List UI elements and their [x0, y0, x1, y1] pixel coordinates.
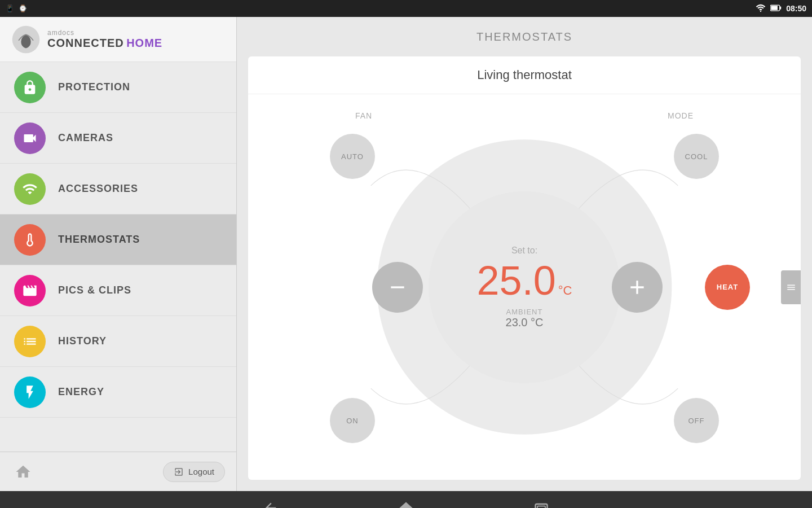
lock-icon: [22, 80, 38, 95]
main-container: amdocs CONNECTED HOME PROTECTION: [0, 17, 812, 491]
protection-icon-bg: [14, 72, 46, 103]
ambient-section: AMBIENT 23.0 °C: [506, 308, 544, 329]
history-label: HISTORY: [58, 335, 107, 347]
menu-icon: [786, 282, 796, 292]
wifi-icon: [22, 181, 38, 197]
protection-label: PROTECTION: [58, 81, 130, 93]
nav-items: PROTECTION CAMERAS ACCESSORIES: [0, 62, 236, 452]
accessories-label: ACCESSORIES: [58, 183, 138, 195]
time-display: 08:50: [786, 4, 806, 13]
bottom-nav: [0, 491, 812, 508]
temperature-decrease-button[interactable]: [372, 262, 423, 313]
thermostat-card: Living thermostat FAN MODE: [248, 56, 801, 480]
sidebar-item-energy[interactable]: ENERGY: [0, 367, 236, 418]
home-button[interactable]: [11, 460, 35, 484]
home-nav-icon: [398, 500, 414, 508]
mode-off-button[interactable]: OFF: [674, 398, 719, 443]
svg-rect-7: [537, 506, 545, 509]
lightning-icon: [22, 384, 38, 400]
svg-rect-2: [780, 6, 782, 9]
temperature-display-circle: Set to: 25.0 °C AMBIENT 23.0 °C: [429, 191, 620, 383]
thermostats-icon-bg: [14, 224, 46, 256]
home-icon: [15, 463, 32, 480]
set-to-label: Set to:: [511, 246, 537, 256]
sidebar-item-history[interactable]: HISTORY: [0, 316, 236, 367]
recent-apps-button[interactable]: [530, 497, 553, 508]
ambient-value: 23.0 °C: [506, 316, 544, 329]
logout-button[interactable]: Logout: [163, 462, 225, 482]
back-button[interactable]: [259, 497, 282, 508]
sim-icon: 📱: [6, 5, 14, 12]
logo-brand: CONNECTED HOME: [47, 37, 162, 50]
energy-label: ENERGY: [58, 386, 104, 398]
page-title: THERMOSTATS: [476, 30, 572, 43]
temperature-value: 25.0: [477, 260, 556, 301]
camera-icon: [22, 130, 38, 146]
logo-amdocs: amdocs: [47, 29, 162, 37]
logo-area: amdocs CONNECTED HOME: [0, 17, 236, 62]
sidebar-item-thermostats[interactable]: THERMOSTATS: [0, 214, 236, 265]
fan-auto-button[interactable]: AUTO: [330, 134, 375, 179]
mode-label: MODE: [668, 111, 694, 120]
pics-clips-label: PICS & CLIPS: [58, 284, 131, 296]
sidebar: amdocs CONNECTED HOME PROTECTION: [0, 17, 237, 491]
thermostats-label: THERMOSTATS: [58, 234, 140, 246]
film-icon: [22, 283, 38, 299]
plus-icon: [626, 276, 648, 299]
thermostat-name: Living thermostat: [248, 56, 801, 94]
svg-rect-3: [771, 6, 778, 10]
sidebar-item-protection[interactable]: PROTECTION: [0, 62, 236, 113]
list-icon: [22, 334, 38, 349]
tablet-icon: ⌚: [19, 5, 27, 12]
sidebar-item-accessories[interactable]: ACCESSORIES: [0, 164, 236, 214]
content-area: THERMOSTATS Living thermostat FAN: [237, 17, 812, 491]
pics-clips-icon-bg: [14, 275, 46, 306]
logout-label: Logout: [188, 467, 214, 476]
content-header: THERMOSTATS: [237, 17, 812, 56]
sidebar-item-pics-clips[interactable]: PICS & CLIPS: [0, 265, 236, 316]
logo-connected: CONNECTED: [47, 37, 124, 49]
cameras-icon-bg: [14, 122, 46, 154]
side-menu-button[interactable]: [781, 270, 801, 304]
mode-cool-button[interactable]: COOL: [674, 134, 719, 179]
thermometer-icon: [22, 232, 38, 248]
fan-label: FAN: [355, 111, 372, 120]
fan-on-button[interactable]: ON: [330, 398, 375, 443]
logout-area: Logout: [0, 452, 236, 491]
history-icon-bg: [14, 326, 46, 357]
wifi-status-icon: [756, 4, 766, 14]
sidebar-item-cameras[interactable]: CAMERAS: [0, 113, 236, 164]
temperature-unit: °C: [558, 283, 572, 298]
temperature-increase-button[interactable]: [612, 262, 663, 313]
status-bar: 📱 ⌚ 08:50: [0, 0, 812, 17]
svg-point-0: [760, 10, 761, 11]
ambient-label: AMBIENT: [506, 308, 544, 316]
content-main: Living thermostat FAN MODE: [237, 56, 812, 491]
recent-apps-icon: [533, 500, 549, 508]
battery-icon: [770, 5, 782, 13]
status-bar-left: 📱 ⌚: [6, 5, 27, 12]
logout-icon: [174, 467, 184, 477]
cameras-label: CAMERAS: [58, 132, 113, 144]
thermostat-body: FAN MODE AUTO ON COOL: [248, 94, 801, 480]
back-icon: [263, 500, 279, 508]
accessories-icon-bg: [14, 173, 46, 205]
mode-heat-button[interactable]: HEAT: [705, 265, 750, 310]
logo-home: HOME: [126, 37, 162, 49]
logo-text: amdocs CONNECTED HOME: [47, 29, 162, 50]
status-bar-right: 08:50: [756, 4, 806, 14]
logo-icon: [11, 25, 41, 54]
energy-icon-bg: [14, 376, 46, 408]
home-nav-button[interactable]: [395, 497, 417, 508]
minus-icon: [386, 276, 409, 299]
temperature-display: 25.0 °C: [477, 260, 572, 301]
